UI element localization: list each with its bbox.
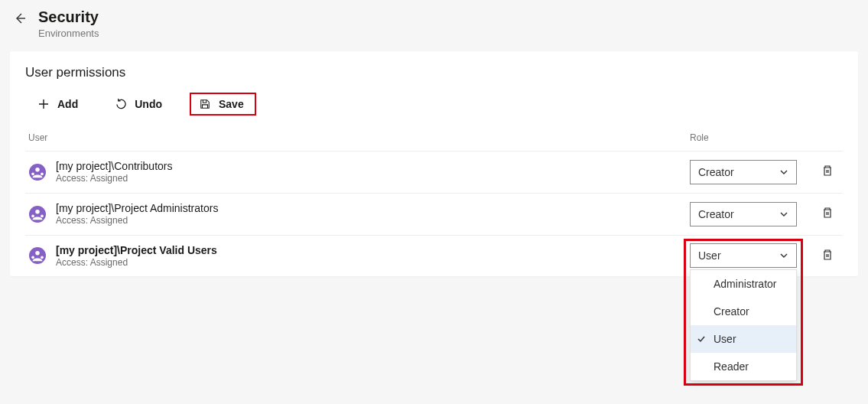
delete-button[interactable] xyxy=(818,246,837,266)
role-select-value: User xyxy=(698,249,721,262)
check-icon xyxy=(697,334,707,344)
save-button[interactable]: Save xyxy=(191,94,255,114)
delete-button[interactable] xyxy=(818,204,837,224)
svg-point-8 xyxy=(29,247,46,264)
role-select-value: Creator xyxy=(698,208,734,220)
svg-point-5 xyxy=(35,210,40,214)
role-dropdown-item[interactable]: User xyxy=(691,325,796,353)
add-button[interactable]: Add xyxy=(30,94,86,114)
save-button-label: Save xyxy=(219,98,244,110)
group-avatar-icon xyxy=(28,163,47,181)
svg-point-4 xyxy=(29,206,46,223)
permission-row: [my project]\Project Valid UsersAccess: … xyxy=(25,235,843,277)
svg-point-2 xyxy=(31,172,34,175)
add-button-label: Add xyxy=(57,98,78,110)
chevron-down-icon xyxy=(779,250,790,261)
svg-point-9 xyxy=(35,251,40,256)
svg-point-3 xyxy=(41,172,44,175)
role-dropdown-item-label: User xyxy=(714,333,736,345)
identity-name: [my project]\Contributors xyxy=(56,159,173,173)
role-dropdown-item[interactable]: Creator xyxy=(691,298,796,325)
group-avatar-icon xyxy=(28,246,47,265)
save-icon xyxy=(199,98,211,110)
identity-name: [my project]\Project Administrators xyxy=(56,201,218,215)
role-dropdown-item-label: Administrator xyxy=(714,278,776,290)
svg-point-6 xyxy=(31,214,34,217)
undo-button[interactable]: Undo xyxy=(107,94,170,114)
identity-cell: [my project]\Project Valid UsersAccess: … xyxy=(28,243,690,269)
identity-cell: [my project]\ContributorsAccess: Assigne… xyxy=(28,159,690,185)
svg-point-11 xyxy=(41,256,44,259)
role-select-value: Creator xyxy=(698,166,734,178)
trash-icon xyxy=(821,252,834,263)
trash-icon xyxy=(821,168,834,179)
group-avatar-icon xyxy=(28,205,47,223)
column-header-role: Role xyxy=(690,132,843,143)
role-dropdown-item[interactable]: Reader xyxy=(691,353,796,380)
plus-icon xyxy=(37,98,50,110)
chevron-down-icon xyxy=(779,209,790,220)
svg-point-0 xyxy=(29,164,46,181)
role-dropdown-item-label: Reader xyxy=(714,360,749,373)
delete-button[interactable] xyxy=(818,161,837,182)
role-dropdown-menu: AdministratorCreatorUserReader xyxy=(690,269,797,381)
role-select[interactable]: Creator xyxy=(690,160,797,184)
role-dropdown-item-label: Creator xyxy=(714,305,749,318)
chevron-down-icon xyxy=(779,167,790,178)
identity-access: Access: Assigned xyxy=(56,215,218,227)
svg-point-1 xyxy=(35,168,40,172)
arrow-left-icon xyxy=(14,12,26,24)
undo-icon xyxy=(115,98,127,110)
page-title: Security xyxy=(38,8,99,26)
svg-point-10 xyxy=(31,256,34,259)
identity-access: Access: Assigned xyxy=(56,173,173,185)
undo-button-label: Undo xyxy=(135,98,162,110)
permission-row: [my project]\Project AdministratorsAcces… xyxy=(25,193,843,235)
trash-icon xyxy=(821,210,834,221)
page-subtitle: Environments xyxy=(38,28,99,39)
identity-name: [my project]\Project Valid Users xyxy=(56,243,217,257)
identity-cell: [my project]\Project AdministratorsAcces… xyxy=(28,201,690,227)
column-header-user: User xyxy=(28,132,690,143)
role-dropdown-item[interactable]: Administrator xyxy=(691,270,796,298)
role-select[interactable]: User xyxy=(690,243,797,268)
permission-row: [my project]\ContributorsAccess: Assigne… xyxy=(25,151,843,193)
panel-title: User permissions xyxy=(25,65,843,80)
back-button[interactable] xyxy=(12,11,28,26)
identity-access: Access: Assigned xyxy=(56,257,217,269)
role-select[interactable]: Creator xyxy=(690,202,797,226)
svg-point-7 xyxy=(41,214,44,217)
